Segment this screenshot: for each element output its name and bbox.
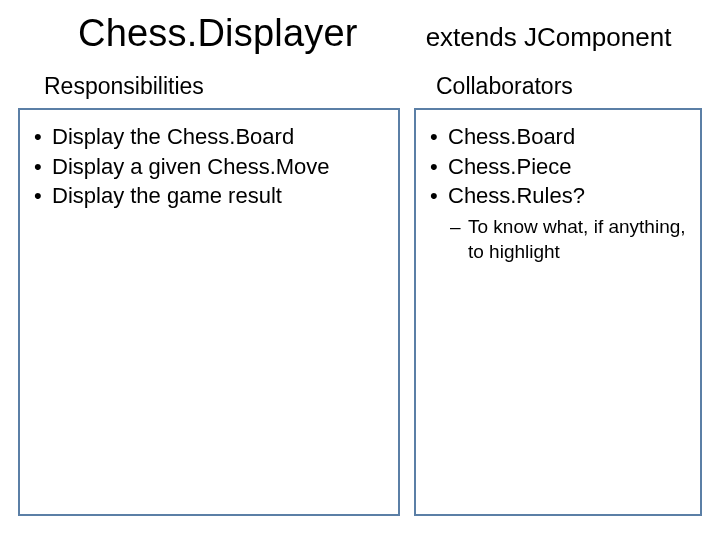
collaborators-subnote-list: To know what, if anything, to highlight xyxy=(428,215,688,264)
list-item: Display the game result xyxy=(32,181,386,211)
collaborators-box: Chess.Board Chess.Piece Chess.Rules? To … xyxy=(414,108,702,516)
list-item: Display the Chess.Board xyxy=(32,122,386,152)
list-item: Chess.Board xyxy=(428,122,688,152)
responsibilities-list: Display the Chess.Board Display a given … xyxy=(32,122,386,211)
class-name-title: Chess.Displayer xyxy=(78,12,358,55)
crc-card-slide: Chess.Displayer extends JComponent Respo… xyxy=(0,0,720,540)
list-item: Chess.Rules? xyxy=(428,181,688,211)
header-row: Chess.Displayer extends JComponent xyxy=(18,12,702,55)
columns: Display the Chess.Board Display a given … xyxy=(18,108,702,516)
responsibilities-box: Display the Chess.Board Display a given … xyxy=(18,108,400,516)
subheader-row: Responsibilities Collaborators xyxy=(18,73,702,100)
list-item: Display a given Chess.Move xyxy=(32,152,386,182)
collaborators-list: Chess.Board Chess.Piece Chess.Rules? xyxy=(428,122,688,211)
collaborators-heading: Collaborators xyxy=(406,73,702,100)
extends-label: extends JComponent xyxy=(426,22,672,53)
subnote-item: To know what, if anything, to highlight xyxy=(428,215,688,264)
responsibilities-heading: Responsibilities xyxy=(18,73,406,100)
list-item: Chess.Piece xyxy=(428,152,688,182)
